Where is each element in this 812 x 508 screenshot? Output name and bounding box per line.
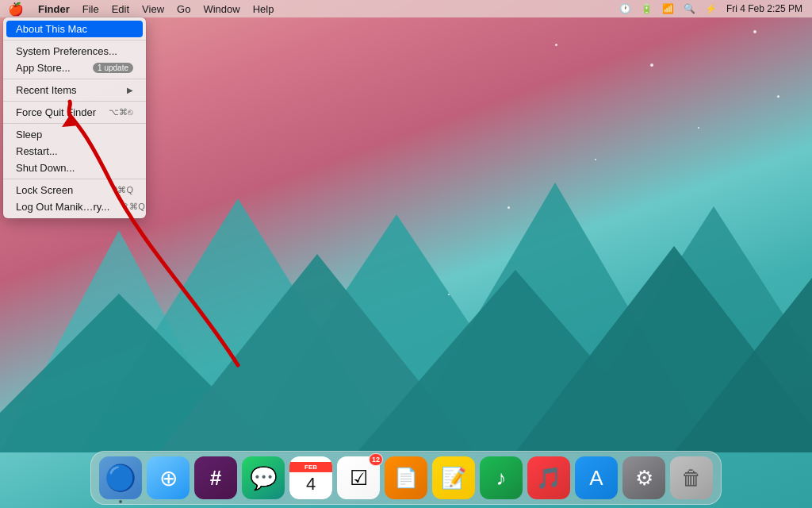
menu-sleep[interactable]: Sleep <box>3 126 146 143</box>
force-quit-label: Force Quit Finder <box>16 106 96 118</box>
dock-item-whatsapp[interactable]: 💬 <box>242 456 285 499</box>
menubar-search-icon[interactable]: 🔍 <box>680 3 699 14</box>
dock-item-spotify[interactable]: ♪ <box>480 456 523 499</box>
spotify-icon: ♪ <box>496 466 507 491</box>
menubar-go[interactable]: Go <box>170 2 197 17</box>
menu-lock-screen[interactable]: Lock Screen ^⌘Q <box>3 182 146 198</box>
menubar-window[interactable]: Window <box>197 2 246 17</box>
dock-item-notes[interactable]: 📝 <box>432 456 475 499</box>
whatsapp-icon: 💬 <box>250 465 278 491</box>
settings-icon: ⚙ <box>635 466 653 491</box>
system-prefs-label: System Preferences... <box>16 45 117 57</box>
dock: 🔵 ⊕ # 💬 FEB 4 ☑ 12 📄 <box>90 451 722 505</box>
menubar-edit[interactable]: Edit <box>105 2 136 17</box>
apple-menu-button[interactable]: 🍎 <box>0 2 32 17</box>
menu-recent-items[interactable]: Recent Items ▶ <box>3 82 146 98</box>
reminders-badge: 12 <box>369 453 383 466</box>
menu-shutdown[interactable]: Shut Down... <box>3 160 146 176</box>
dock-item-music[interactable]: 🎵 <box>527 456 570 499</box>
notes-icon: 📝 <box>441 466 466 491</box>
dock-item-slack[interactable]: # <box>194 456 237 499</box>
calendar-month: FEB <box>289 462 332 472</box>
pages-icon: 📄 <box>394 467 418 489</box>
sleep-label: Sleep <box>16 129 42 140</box>
dock-item-trash[interactable]: 🗑 <box>670 456 713 499</box>
sparkle-dot <box>650 64 653 67</box>
logout-label: Log Out Manik…ry... <box>16 201 109 213</box>
calendar-day: 4 <box>306 472 316 495</box>
sparkle-dot <box>698 127 699 129</box>
menubar-file[interactable]: File <box>76 2 105 17</box>
restart-label: Restart... <box>16 145 58 157</box>
menubar-datetime: Fri 4 Feb 2:25 PM <box>723 3 806 14</box>
menubar-clock-icon: 🕐 <box>616 3 634 14</box>
dock-item-calendar[interactable]: FEB 4 <box>289 456 332 499</box>
dock-item-system-prefs[interactable]: ⚙ <box>622 456 665 499</box>
menu-separator-4 <box>3 123 146 124</box>
safari-icon: ⊕ <box>159 465 178 491</box>
sparkle-dot <box>777 95 779 98</box>
sparkle-dot <box>595 159 596 160</box>
finder-active-dot <box>119 500 122 503</box>
menubar-wifi-icon: 📶 <box>659 3 677 14</box>
menubar-finder[interactable]: Finder <box>32 2 76 17</box>
force-quit-shortcut: ⌥⌘⎋ <box>109 107 133 117</box>
menu-separator-2 <box>3 79 146 79</box>
reminders-icon: ☑ <box>350 466 368 491</box>
dock-item-pages[interactable]: 📄 <box>385 456 427 499</box>
menu-system-prefs[interactable]: System Preferences... <box>3 43 146 60</box>
menubar-right: 🕐 🔋 📶 🔍 ⚡ Fri 4 Feb 2:25 PM <box>616 3 812 14</box>
calendar-content: FEB 4 <box>289 456 332 499</box>
menubar-help[interactable]: Help <box>247 2 281 17</box>
appstore-icon: A <box>589 466 603 491</box>
menu-restart[interactable]: Restart... <box>3 143 146 160</box>
sparkle-dot <box>753 30 756 33</box>
logout-shortcut: ⇧⌘Q <box>122 202 145 212</box>
trash-icon: 🗑 <box>681 466 702 491</box>
dock-item-reminders[interactable]: ☑ 12 <box>337 456 380 499</box>
menubar-left: 🍎 Finder File Edit View Go Window Help <box>0 2 280 17</box>
menu-about-mac[interactable]: About This Mac <box>6 21 143 37</box>
desktop: 🍎 Finder File Edit View Go Window Help 🕐… <box>0 0 812 508</box>
recent-items-label: Recent Items <box>16 84 77 96</box>
app-store-badge: 1 update <box>93 63 133 73</box>
menubar-siri-icon[interactable]: ⚡ <box>702 3 720 14</box>
menubar-battery-icon: 🔋 <box>638 3 656 14</box>
app-store-label: App Store... <box>16 62 71 74</box>
shutdown-label: Shut Down... <box>16 162 75 174</box>
about-mac-label: About This Mac <box>16 23 87 35</box>
dock-item-finder[interactable]: 🔵 <box>99 456 142 499</box>
sparkle-dot <box>508 206 510 209</box>
menubar: 🍎 Finder File Edit View Go Window Help 🕐… <box>0 0 812 17</box>
apple-menu-dropdown: About This Mac System Preferences... App… <box>3 17 146 218</box>
menu-force-quit[interactable]: Force Quit Finder ⌥⌘⎋ <box>3 104 146 121</box>
menu-separator-3 <box>3 101 146 102</box>
menu-separator-5 <box>3 179 146 179</box>
dock-item-safari[interactable]: ⊕ <box>147 456 190 499</box>
finder-icon: 🔵 <box>105 463 136 493</box>
menubar-view[interactable]: View <box>136 2 170 17</box>
music-icon: 🎵 <box>536 466 561 491</box>
dock-item-appstore[interactable]: A <box>575 456 618 499</box>
lock-screen-shortcut: ^⌘Q <box>113 185 133 195</box>
sparkle-dot <box>555 44 557 46</box>
lock-screen-label: Lock Screen <box>16 184 73 196</box>
menu-separator-1 <box>3 40 146 40</box>
menu-app-store[interactable]: App Store... 1 update <box>3 60 146 76</box>
slack-icon: # <box>210 466 221 491</box>
sparkle-dot <box>448 294 450 295</box>
recent-items-arrow: ▶ <box>127 86 133 94</box>
menu-logout[interactable]: Log Out Manik…ry... ⇧⌘Q <box>3 198 146 215</box>
